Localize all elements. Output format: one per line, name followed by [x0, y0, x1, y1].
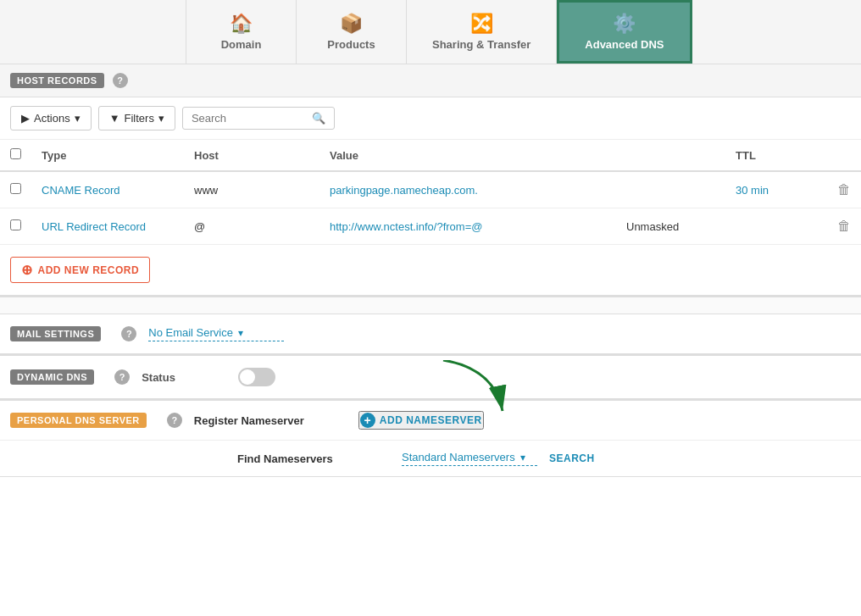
mail-dropdown-arrow-icon: ▾: [238, 327, 243, 339]
table-row: CNAME Record www parkingpage.namecheap.c…: [0, 171, 861, 208]
host-records-section: HOST RECORDS ? ▶ Actions ▾ ▼ Filters ▾ 🔍: [0, 64, 861, 297]
dynamic-dns-status-label: Status: [142, 371, 226, 384]
tab-advanced-dns[interactable]: ⚙️ Advanced DNS: [557, 0, 692, 64]
host-records-help-icon[interactable]: ?: [113, 73, 128, 88]
row2-checkbox-cell: [0, 208, 31, 245]
host-records-header: HOST RECORDS ?: [0, 64, 861, 97]
row1-checkbox[interactable]: [10, 183, 21, 194]
filters-button[interactable]: ▼ Filters ▾: [98, 106, 175, 130]
row1-checkbox-cell: [0, 171, 31, 208]
mail-settings-help-icon[interactable]: ?: [121, 326, 136, 341]
dynamic-dns-toggle[interactable]: [238, 368, 275, 386]
page-content: HOST RECORDS ? ▶ Actions ▾ ▼ Filters ▾ 🔍: [0, 64, 861, 477]
row2-value-link[interactable]: http://www.nctest.info/?from=@: [330, 220, 482, 233]
nav-spacer: [0, 0, 186, 64]
personal-dns-badge: PERSONAL DNS SERVER: [10, 413, 147, 428]
dynamic-dns-help-icon[interactable]: ?: [114, 369, 130, 385]
tab-sharing-label: Sharing & Transfer: [432, 38, 530, 51]
host-records-badge: HOST RECORDS: [10, 73, 104, 88]
add-record-row: ⊕ ADD NEW RECORD: [0, 245, 861, 296]
host-records-table: Type Host Value TTL CNAME Record: [0, 140, 861, 245]
mail-settings-section: MAIL SETTINGS ? No Email Service ▾: [0, 314, 861, 356]
actions-label: Actions: [34, 112, 70, 125]
col-check-header: [0, 140, 31, 171]
search-box[interactable]: 🔍: [182, 107, 335, 130]
col-ttl-header: TTL: [725, 140, 827, 171]
add-record-plus-icon: ⊕: [21, 262, 33, 278]
search-input[interactable]: [192, 112, 312, 125]
row1-extra: [616, 171, 725, 208]
row2-delete-icon[interactable]: 🗑: [837, 219, 851, 233]
products-icon: 📦: [340, 13, 363, 35]
nameservers-value: Standard Nameservers: [402, 451, 515, 463]
host-records-toolbar: ▶ Actions ▾ ▼ Filters ▾ 🔍: [0, 97, 861, 140]
add-new-record-button[interactable]: ⊕ ADD NEW RECORD: [10, 257, 150, 283]
row2-delete-cell: 🗑: [827, 208, 861, 245]
add-ns-label: ADD NAMESERVER: [380, 414, 482, 426]
search-nameservers-link[interactable]: SEARCH: [549, 452, 595, 464]
row1-ttl-value: 30 min: [736, 184, 769, 197]
row2-checkbox[interactable]: [10, 219, 21, 230]
select-all-checkbox[interactable]: [10, 148, 21, 159]
dynamic-dns-row: DYNAMIC DNS ? Status: [0, 356, 861, 399]
row1-delete-icon[interactable]: 🗑: [837, 182, 851, 197]
table-row: URL Redirect Record @ http://www.nctest.…: [0, 208, 861, 245]
find-nameservers-label: Find Nameservers: [237, 452, 390, 465]
row1-type: CNAME Record: [31, 171, 184, 208]
dynamic-dns-section: DYNAMIC DNS ? Status: [0, 356, 861, 401]
add-record-label: ADD NEW RECORD: [38, 264, 140, 276]
row1-host: www: [184, 171, 319, 208]
tab-domain-label: Domain: [221, 38, 262, 51]
mail-service-value: No Email Service: [148, 326, 233, 339]
add-ns-plus-icon: +: [360, 413, 375, 428]
ns-dropdown-arrow-icon: ▾: [520, 452, 525, 463]
row2-ttl: [725, 208, 827, 245]
mail-service-dropdown[interactable]: No Email Service ▾: [148, 326, 284, 341]
row1-type-link[interactable]: CNAME Record: [42, 184, 119, 197]
actions-button[interactable]: ▶ Actions ▾: [10, 106, 92, 130]
section-spacer-1: [0, 297, 861, 314]
mail-settings-badge: MAIL SETTINGS: [10, 326, 101, 341]
row1-ttl: 30 min: [725, 171, 827, 208]
col-del-header: [827, 140, 861, 171]
personal-dns-help-icon[interactable]: ?: [167, 413, 182, 428]
advanced-dns-icon: ⚙️: [613, 13, 636, 35]
col-host-header: Host: [184, 140, 319, 171]
tab-domain[interactable]: 🏠 Domain: [186, 0, 297, 64]
col-extra-header: [616, 140, 725, 171]
row2-extra: Unmasked: [616, 208, 725, 245]
row2-type: URL Redirect Record: [31, 208, 184, 245]
top-navigation: 🏠 Domain 📦 Products 🔀 Sharing & Transfer…: [0, 0, 861, 64]
search-icon: 🔍: [312, 112, 325, 125]
actions-play-icon: ▶: [21, 112, 30, 125]
tab-products[interactable]: 📦 Products: [297, 0, 407, 64]
filters-label: Filters: [125, 112, 154, 125]
filters-arrow-icon: ▾: [158, 112, 164, 125]
tab-products-label: Products: [327, 38, 375, 51]
register-nameserver-label: Register Nameserver: [194, 414, 347, 427]
tab-advanced-dns-label: Advanced DNS: [585, 38, 664, 51]
tab-sharing[interactable]: 🔀 Sharing & Transfer: [407, 0, 557, 64]
nameservers-dropdown[interactable]: Standard Nameservers ▾: [402, 451, 537, 466]
personal-dns-header-row: PERSONAL DNS SERVER ? Register Nameserve…: [0, 401, 861, 477]
add-nameserver-button[interactable]: + ADD NAMESERVER: [358, 411, 484, 430]
row1-delete-cell: 🗑: [827, 171, 861, 208]
row2-host: @: [184, 208, 319, 245]
actions-arrow-icon: ▾: [75, 112, 81, 125]
row1-value: parkingpage.namecheap.com.: [319, 171, 616, 208]
row2-type-link[interactable]: URL Redirect Record: [42, 220, 146, 233]
row1-value-link[interactable]: parkingpage.namecheap.com.: [330, 184, 478, 197]
sharing-icon: 🔀: [470, 13, 493, 35]
dynamic-dns-badge: DYNAMIC DNS: [10, 369, 94, 385]
domain-icon: 🏠: [230, 13, 253, 35]
mail-settings-row: MAIL SETTINGS ? No Email Service ▾: [0, 314, 861, 354]
filter-icon: ▼: [109, 112, 120, 125]
col-value-header: Value: [319, 140, 616, 171]
personal-dns-section: PERSONAL DNS SERVER ? Register Nameserve…: [0, 401, 861, 477]
row2-value: http://www.nctest.info/?from=@: [319, 208, 616, 245]
col-type-header: Type: [31, 140, 184, 171]
table-header-row: Type Host Value TTL: [0, 140, 861, 171]
